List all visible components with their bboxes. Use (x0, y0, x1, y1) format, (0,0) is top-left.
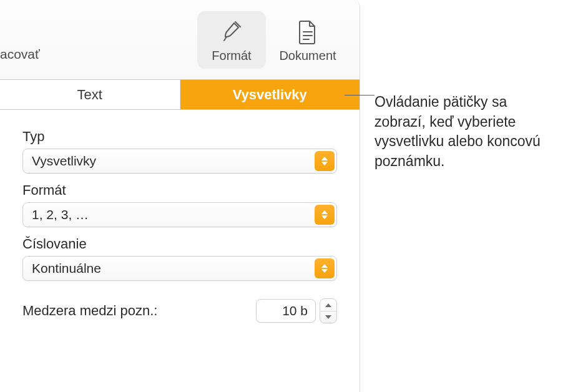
chevron-down-icon (321, 269, 328, 273)
callout-text: Ovládanie pätičky sa zobrazí, keď vyberi… (375, 92, 562, 172)
spacing-step-buttons (320, 298, 337, 323)
tab-bar: Text Vysvetlivky (0, 80, 360, 110)
chevron-up-icon (321, 210, 328, 214)
field-type-label: Typ (22, 129, 337, 145)
chevron-down-icon (321, 162, 328, 165)
tab-text[interactable]: Text (0, 80, 180, 109)
callout-leader-line (345, 95, 375, 96)
field-numbering-label: Číslovanie (22, 236, 337, 252)
brush-icon (220, 17, 243, 46)
chevron-up-icon (321, 264, 328, 268)
spacing-value: 10 b (282, 303, 308, 318)
spacing-step-down[interactable] (320, 311, 336, 323)
field-format-label: Formát (22, 182, 337, 198)
chevron-down-icon (321, 215, 328, 219)
format-button-label: Formát (212, 49, 251, 63)
numbering-select-value: Kontinuálne (32, 261, 101, 276)
type-select-value: Vysvetlivky (32, 154, 96, 169)
numbering-select[interactable]: Kontinuálne (22, 256, 337, 281)
spacing-stepper: 10 b (256, 298, 337, 323)
tab-text-label: Text (77, 87, 102, 103)
format-select-value: 1, 2, 3, … (32, 207, 89, 222)
tab-footnotes[interactable]: Vysvetlivky (180, 80, 360, 109)
tab-footnotes-label: Vysvetlivky (233, 87, 307, 103)
field-format: Formát 1, 2, 3, … (22, 182, 337, 227)
inspector-body: Typ Vysvetlivky Formát 1, 2, 3, … Číslov… (0, 110, 360, 323)
triangle-down-icon (325, 315, 331, 319)
spacing-label: Medzera medzi pozn.: (22, 303, 157, 319)
triangle-up-icon (325, 303, 331, 307)
document-icon (297, 17, 318, 46)
toolbar-left-text: acovať (0, 47, 40, 62)
field-numbering: Číslovanie Kontinuálne (22, 236, 337, 281)
document-button[interactable]: Dokument (273, 11, 342, 69)
field-type: Typ Vysvetlivky (22, 129, 337, 174)
numbering-select-chevron (315, 258, 335, 278)
inspector-panel: acovať Formát (0, 0, 360, 392)
document-button-label: Dokument (279, 49, 336, 63)
format-select-chevron (315, 205, 335, 225)
spacing-step-up[interactable] (320, 299, 336, 311)
format-button[interactable]: Formát (197, 11, 266, 69)
toolbar: acovať Formát (0, 0, 360, 80)
chevron-up-icon (321, 157, 328, 160)
spacing-row: Medzera medzi pozn.: 10 b (22, 298, 337, 323)
type-select-chevron (315, 151, 335, 171)
toolbar-right-group: Formát Dokument (197, 11, 342, 69)
type-select[interactable]: Vysvetlivky (22, 149, 337, 174)
format-select[interactable]: 1, 2, 3, … (22, 202, 337, 227)
spacing-value-field[interactable]: 10 b (256, 299, 316, 323)
